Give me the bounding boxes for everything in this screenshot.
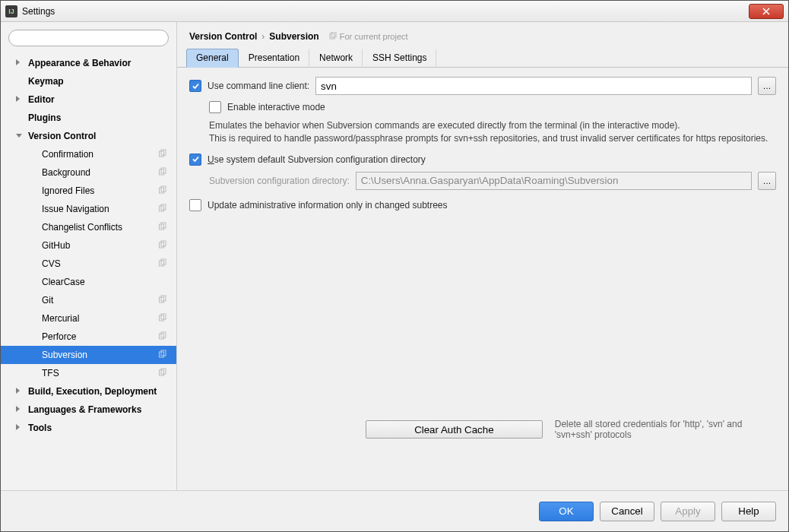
tree-item-label: Mercurial: [42, 313, 79, 324]
config-dir-label: Subversion configuration directory:: [209, 176, 350, 186]
use-default-dir-label: Use system default Subversion configurat…: [208, 154, 426, 165]
arrow-right-icon: [16, 424, 20, 430]
dialog-footer: OK Cancel Apply Help: [1, 490, 788, 531]
sidebar: Appearance & BehaviorKeymapEditorPlugins…: [1, 22, 177, 490]
clear-auth-cache-button[interactable]: Clear Auth Cache: [366, 420, 543, 439]
tree-item-appearance-behavior[interactable]: Appearance & Behavior: [1, 54, 176, 72]
tree-item-subversion[interactable]: Subversion: [1, 346, 176, 364]
tab-network[interactable]: Network: [309, 49, 363, 68]
update-admin-label: Update administrative information only i…: [208, 200, 448, 211]
tabs: GeneralPresentationNetworkSSH Settings: [177, 48, 788, 68]
tree-item-label: Issue Navigation: [42, 204, 109, 214]
tree-item-changelist-conflicts[interactable]: Changelist Conflicts: [1, 218, 176, 236]
browse-config-dir-button[interactable]: …: [758, 172, 776, 190]
close-button[interactable]: [749, 4, 784, 19]
tab-presentation[interactable]: Presentation: [239, 49, 309, 68]
tree-item-label: Ignored Files: [42, 185, 94, 196]
copy-icon: [158, 149, 167, 160]
tree-item-confirmation[interactable]: Confirmation: [1, 145, 176, 163]
tree-item-label: Changelist Conflicts: [42, 222, 122, 233]
copy-icon: [158, 350, 167, 361]
enable-interactive-checkbox[interactable]: [209, 101, 221, 113]
tree-item-label: Keymap: [28, 76, 64, 87]
titlebar: IJ Settings: [1, 1, 788, 22]
tree-item-label: GitHub: [42, 240, 70, 251]
tree-item-clearcase[interactable]: ClearCase: [1, 273, 176, 291]
clear-cache-hint: Delete all stored credentials for 'http'…: [555, 419, 776, 440]
tree-item-perforce[interactable]: Perforce: [1, 328, 176, 346]
tree-item-editor[interactable]: Editor: [1, 90, 176, 109]
tree-item-build-execution-deployment[interactable]: Build, Execution, Deployment: [1, 382, 176, 401]
breadcrumb: Version Control › Subversion For current…: [177, 22, 788, 48]
copy-icon: [158, 240, 167, 252]
app-icon: IJ: [5, 5, 17, 17]
tree-item-git[interactable]: Git: [1, 291, 176, 309]
tree-item-version-control[interactable]: Version Control: [1, 127, 176, 145]
tree-item-label: Appearance & Behavior: [28, 58, 131, 68]
tree-item-keymap[interactable]: Keymap: [1, 72, 176, 90]
tree-item-label: CVS: [42, 258, 61, 269]
copy-icon: [158, 167, 167, 179]
breadcrumb-item: Subversion: [269, 31, 318, 42]
use-cli-label: Use command line client:: [208, 81, 309, 91]
tab-general[interactable]: General: [186, 49, 239, 68]
chevron-right-icon: ›: [261, 31, 265, 42]
tree-item-issue-navigation[interactable]: Issue Navigation: [1, 200, 176, 218]
tree-item-languages-frameworks[interactable]: Languages & Frameworks: [1, 401, 176, 419]
help-button[interactable]: Help: [721, 502, 776, 521]
interactive-description: Emulates the behavior when Subversion co…: [209, 119, 776, 146]
tree-item-label: TFS: [42, 368, 59, 378]
tree-item-label: Languages & Frameworks: [28, 404, 141, 415]
window-title: Settings: [22, 6, 749, 17]
ok-button[interactable]: OK: [539, 502, 594, 521]
tree-item-label: Subversion: [42, 350, 87, 360]
arrow-down-icon: [16, 134, 22, 138]
search-input[interactable]: [8, 30, 169, 46]
copy-icon: [158, 222, 167, 233]
copy-icon: [158, 368, 167, 379]
tree-item-label: Version Control: [28, 131, 96, 141]
copy-icon: [328, 32, 337, 41]
svg-rect-27: [331, 32, 336, 37]
copy-icon: [158, 295, 167, 306]
apply-button[interactable]: Apply: [661, 502, 715, 521]
tree-item-label: ClearCase: [42, 277, 85, 287]
tree-item-cvs[interactable]: CVS: [1, 255, 176, 273]
copy-icon: [158, 204, 167, 215]
arrow-right-icon: [16, 59, 20, 65]
tree-item-background[interactable]: Background: [1, 163, 176, 182]
config-dir-input: [356, 172, 752, 190]
arrow-right-icon: [16, 96, 20, 102]
copy-icon: [158, 331, 167, 343]
update-admin-checkbox[interactable]: [189, 199, 201, 211]
tree-item-label: Plugins: [28, 112, 61, 123]
copy-icon: [158, 185, 167, 197]
tree-item-label: Build, Execution, Deployment: [28, 386, 157, 397]
breadcrumb-item: Version Control: [189, 31, 257, 42]
tree-item-label: Editor: [28, 94, 55, 105]
cli-path-input[interactable]: [315, 77, 752, 95]
tree-item-plugins[interactable]: Plugins: [1, 109, 176, 127]
tree-item-label: Background: [42, 167, 90, 178]
tab-ssh-settings[interactable]: SSH Settings: [363, 49, 436, 68]
use-cli-checkbox[interactable]: [189, 80, 201, 92]
tree-item-github[interactable]: GitHub: [1, 236, 176, 255]
tree-item-ignored-files[interactable]: Ignored Files: [1, 182, 176, 200]
svg-rect-26: [330, 33, 334, 39]
arrow-right-icon: [16, 388, 20, 394]
tree-item-label: Tools: [28, 423, 52, 433]
tree-item-label: Confirmation: [42, 149, 93, 160]
browse-cli-button[interactable]: …: [758, 77, 776, 95]
use-default-dir-checkbox[interactable]: [189, 154, 201, 166]
arrow-right-icon: [16, 406, 20, 412]
tree-item-label: Perforce: [42, 331, 76, 342]
tree-item-label: Git: [42, 295, 53, 306]
cancel-button[interactable]: Cancel: [600, 502, 654, 521]
tree-item-mercurial[interactable]: Mercurial: [1, 309, 176, 328]
settings-tree: Appearance & BehaviorKeymapEditorPlugins…: [1, 51, 176, 490]
enable-interactive-label: Enable interactive mode: [227, 102, 325, 112]
tree-item-tools[interactable]: Tools: [1, 419, 176, 437]
tree-item-tfs[interactable]: TFS: [1, 364, 176, 382]
for-project-hint: For current project: [328, 32, 408, 41]
copy-icon: [158, 313, 167, 325]
